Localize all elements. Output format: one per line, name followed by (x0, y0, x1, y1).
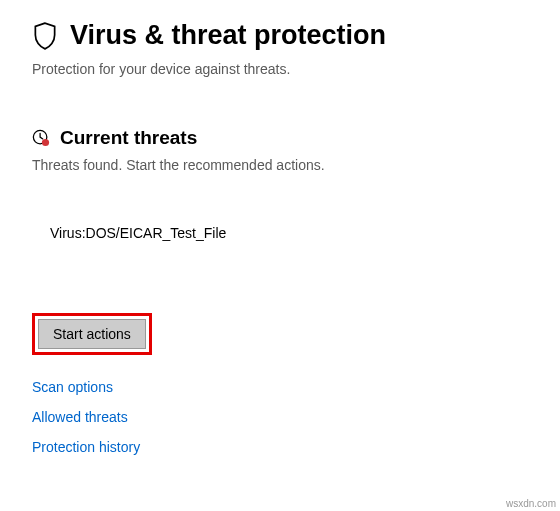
allowed-threats-link[interactable]: Allowed threats (32, 409, 528, 425)
page-subtitle: Protection for your device against threa… (32, 61, 528, 77)
threat-item[interactable]: Virus:DOS/EICAR_Test_File (50, 225, 528, 241)
protection-history-link[interactable]: Protection history (32, 439, 528, 455)
watermark: wsxdn.com (506, 498, 556, 509)
clock-alert-icon (32, 129, 50, 147)
svg-point-1 (42, 139, 49, 146)
current-threats-header: Current threats (32, 127, 528, 149)
page-title: Virus & threat protection (70, 20, 386, 51)
start-actions-button[interactable]: Start actions (38, 319, 146, 349)
current-threats-subtitle: Threats found. Start the recommended act… (32, 157, 528, 173)
scan-options-link[interactable]: Scan options (32, 379, 528, 395)
page-header: Virus & threat protection (32, 20, 528, 51)
highlight-annotation: Start actions (32, 313, 152, 355)
shield-icon (32, 21, 58, 51)
current-threats-title: Current threats (60, 127, 197, 149)
